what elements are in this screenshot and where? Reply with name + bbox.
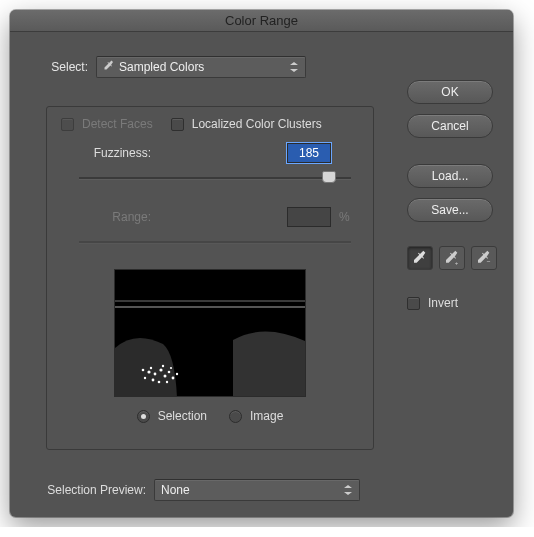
fuzziness-input[interactable]: 185 (287, 143, 331, 163)
ok-button[interactable]: OK (407, 80, 493, 104)
svg-point-10 (172, 377, 175, 380)
svg-point-7 (152, 379, 155, 382)
titlebar[interactable]: Color Range (10, 10, 513, 32)
window-title: Color Range (225, 13, 298, 28)
checkbox-icon (61, 118, 74, 131)
save-button[interactable]: Save... (407, 198, 493, 222)
button-column: OK Cancel Load... Save... + − Invert (407, 80, 497, 310)
options-panel: Detect Faces Localized Color Clusters Fu… (46, 106, 374, 450)
svg-point-4 (154, 373, 157, 376)
fuzziness-slider[interactable] (79, 169, 351, 187)
preview-mode-image[interactable]: Image (229, 409, 283, 423)
preview-mode-selection[interactable]: Selection (137, 409, 207, 423)
svg-rect-2 (115, 306, 306, 308)
radio-icon (137, 410, 150, 423)
svg-point-3 (147, 370, 150, 373)
svg-point-12 (150, 367, 152, 369)
preview-image (114, 269, 306, 397)
eyedropper-add-tool[interactable]: + (439, 246, 465, 270)
svg-point-16 (142, 369, 145, 372)
fuzziness-label: Fuzziness: (61, 146, 151, 160)
slider-thumb[interactable] (322, 171, 336, 183)
slider-track (79, 241, 351, 243)
localized-label: Localized Color Clusters (192, 117, 322, 131)
checkbox-icon (407, 297, 420, 310)
select-value: Sampled Colors (119, 60, 204, 74)
detect-faces-label: Detect Faces (82, 117, 153, 131)
svg-point-6 (144, 377, 146, 379)
localized-clusters-checkbox[interactable]: Localized Color Clusters (171, 117, 322, 131)
image-label: Image (250, 409, 283, 423)
svg-point-17 (170, 367, 172, 369)
range-label: Range: (61, 210, 151, 224)
slider-track (79, 177, 351, 179)
selection-preview-label: Selection Preview: (26, 483, 146, 497)
range-suffix: % (339, 210, 359, 224)
svg-point-9 (168, 371, 171, 374)
select-dropdown[interactable]: Sampled Colors (96, 56, 306, 78)
svg-point-8 (164, 375, 167, 378)
detect-faces-checkbox: Detect Faces (61, 117, 153, 131)
select-label: Select: (26, 60, 88, 74)
svg-point-11 (158, 381, 161, 384)
load-button[interactable]: Load... (407, 164, 493, 188)
svg-text:+: + (455, 260, 459, 266)
chevron-down-icon (343, 484, 353, 496)
eyedropper-tools: + − (407, 246, 497, 270)
svg-text:−: − (487, 258, 491, 265)
selection-label: Selection (158, 409, 207, 423)
selection-preview-value: None (161, 483, 190, 497)
svg-point-5 (159, 368, 162, 371)
radio-icon (229, 410, 242, 423)
invert-label: Invert (428, 296, 458, 310)
invert-checkbox[interactable]: Invert (407, 296, 497, 310)
selection-preview-dropdown[interactable]: None (154, 479, 360, 501)
eyedropper-tool[interactable] (407, 246, 433, 270)
svg-point-15 (176, 373, 178, 375)
svg-point-13 (162, 365, 164, 367)
color-range-dialog: Color Range Select: Sampled Colors (10, 10, 513, 517)
chevron-down-icon (289, 61, 299, 73)
checkbox-icon (171, 118, 184, 131)
content: Select: Sampled Colors Detect Faces (10, 32, 513, 517)
svg-point-14 (166, 381, 168, 383)
cancel-button[interactable]: Cancel (407, 114, 493, 138)
eyedropper-subtract-tool[interactable]: − (471, 246, 497, 270)
eyedropper-icon (103, 60, 115, 75)
range-slider (79, 233, 351, 251)
svg-rect-1 (115, 300, 306, 302)
range-input (287, 207, 331, 227)
